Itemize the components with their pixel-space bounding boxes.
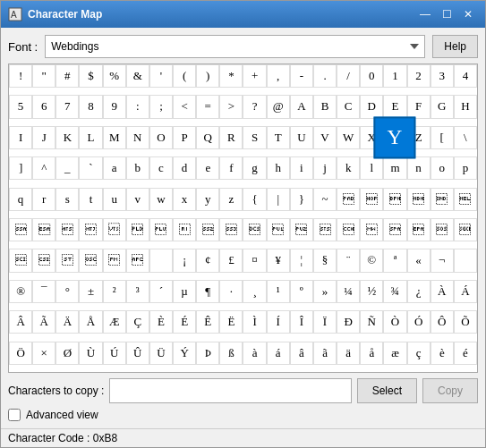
char-cell[interactable]: ç xyxy=(407,342,431,365)
char-cell[interactable]: I xyxy=(9,126,32,149)
char-cell[interactable]: ­ xyxy=(454,249,477,272)
char-cell[interactable]: _ xyxy=(55,156,79,180)
char-cell[interactable]: T xyxy=(267,126,290,149)
char-cell[interactable]: ¨ xyxy=(337,249,360,272)
char-cell[interactable]: 2 xyxy=(407,64,431,88)
select-button[interactable]: Select xyxy=(357,378,417,403)
char-cell[interactable]: ¾ xyxy=(383,280,406,303)
char-cell[interactable]: 6 xyxy=(32,95,55,118)
char-cell[interactable]: v xyxy=(126,188,149,211)
char-cell[interactable]: « xyxy=(407,249,431,272)
char-cell[interactable]: Ç xyxy=(126,310,149,334)
char-cell[interactable]: ² xyxy=(103,280,126,303)
char-cell[interactable]: { xyxy=(243,188,266,211)
char-cell[interactable]: Â xyxy=(9,310,32,334)
char-cell[interactable]: $ xyxy=(79,64,102,88)
advanced-checkbox[interactable] xyxy=(8,409,21,421)
char-cell[interactable]: u xyxy=(103,188,126,211)
char-cell[interactable]: ¿ xyxy=(407,280,431,303)
char-cell[interactable]: e xyxy=(196,156,219,180)
char-cell[interactable]: © xyxy=(360,249,383,272)
char-cell[interactable]:  xyxy=(55,218,79,241)
char-cell[interactable]: V xyxy=(313,126,337,149)
char-cell[interactable]: Û xyxy=(126,342,149,365)
char-cell[interactable]: 8 xyxy=(79,95,102,118)
char-cell[interactable]: ; xyxy=(149,95,173,118)
char-cell[interactable]: & xyxy=(126,64,149,88)
char-cell[interactable]: ` xyxy=(79,156,102,180)
char-cell[interactable]: | xyxy=(267,188,290,211)
char-cell[interactable]: · xyxy=(219,280,243,303)
char-cell[interactable]: @ xyxy=(267,95,290,118)
char-cell[interactable]: ^ xyxy=(32,156,55,180)
char-cell[interactable]: É xyxy=(173,310,196,334)
char-cell[interactable]: G xyxy=(431,95,454,118)
char-cell[interactable]: ½ xyxy=(360,280,383,303)
char-cell[interactable]:  xyxy=(383,188,406,211)
char-cell[interactable]:  xyxy=(79,249,102,272)
char-cell[interactable]: Ó xyxy=(407,310,431,334)
char-cell[interactable]: 7 xyxy=(55,95,79,118)
char-cell[interactable]: â xyxy=(290,342,313,365)
char-cell[interactable]: : xyxy=(126,95,149,118)
char-cell[interactable]: Ã xyxy=(32,310,55,334)
char-cell[interactable]: R xyxy=(219,126,243,149)
char-cell[interactable]: Ê xyxy=(196,310,219,334)
char-cell[interactable]:  xyxy=(32,218,55,241)
char-cell[interactable]: £ xyxy=(219,249,243,272)
char-cell[interactable]: ( xyxy=(173,64,196,88)
char-cell[interactable]: Õ xyxy=(454,310,477,334)
char-cell[interactable]:  xyxy=(126,249,149,272)
char-cell[interactable]: Y xyxy=(374,116,416,158)
char-cell[interactable]: ¤ xyxy=(243,249,266,272)
char-cell[interactable]: i xyxy=(290,156,313,180)
char-cell[interactable]: t xyxy=(79,188,102,211)
char-cell[interactable]: ¸ xyxy=(243,280,266,303)
copy-button[interactable]: Copy xyxy=(422,378,478,403)
char-cell[interactable]: U xyxy=(290,126,313,149)
char-cell[interactable]: ] xyxy=(9,156,32,180)
char-cell[interactable]: k xyxy=(337,156,360,180)
char-cell[interactable]: ± xyxy=(79,280,102,303)
char-cell[interactable]: l xyxy=(360,156,383,180)
char-cell[interactable]: # xyxy=(55,64,79,88)
char-cell[interactable]: C xyxy=(337,95,360,118)
char-cell[interactable]: S xyxy=(243,126,266,149)
char-cell[interactable]: È xyxy=(149,310,173,334)
char-cell[interactable]: × xyxy=(32,342,55,365)
char-cell[interactable]: n xyxy=(407,156,431,180)
char-cell[interactable]: j xyxy=(313,156,337,180)
char-cell[interactable]: º xyxy=(290,280,313,303)
char-cell[interactable]: \ xyxy=(454,126,477,149)
char-cell[interactable]: * xyxy=(219,64,243,88)
char-cell[interactable]: ¶ xyxy=(196,280,219,303)
char-cell[interactable]:  xyxy=(103,218,126,241)
char-cell[interactable]: » xyxy=(313,280,337,303)
char-cell[interactable]: § xyxy=(313,249,337,272)
char-cell[interactable]: [ xyxy=(431,126,454,149)
char-cell[interactable]:  xyxy=(313,218,337,241)
char-cell[interactable]: Æ xyxy=(103,310,126,334)
char-cell[interactable]: M xyxy=(103,126,126,149)
char-cell[interactable] xyxy=(454,188,477,211)
char-cell[interactable]: W xyxy=(337,126,360,149)
char-cell[interactable]: p xyxy=(454,156,477,180)
help-button[interactable]: Help xyxy=(432,35,478,58)
char-cell[interactable]:  xyxy=(290,218,313,241)
char-cell[interactable]: ¹ xyxy=(267,280,290,303)
char-cell[interactable]: é xyxy=(454,342,477,365)
char-cell[interactable]: q xyxy=(9,188,32,211)
char-cell[interactable]: f xyxy=(219,156,243,180)
char-cell[interactable]: Ñ xyxy=(360,310,383,334)
char-cell[interactable]: w xyxy=(149,188,173,211)
char-cell[interactable]: O xyxy=(149,126,173,149)
char-cell[interactable]: } xyxy=(290,188,313,211)
char-cell[interactable]: B xyxy=(313,95,337,118)
char-cell[interactable]: Ø xyxy=(55,342,79,365)
char-cell[interactable]: ° xyxy=(55,280,79,303)
char-cell[interactable]: g xyxy=(243,156,266,180)
char-cell[interactable]: , xyxy=(267,64,290,88)
char-cell[interactable]: N xyxy=(126,126,149,149)
char-cell[interactable]: D xyxy=(360,95,383,118)
char-cell[interactable]:  xyxy=(360,218,383,241)
